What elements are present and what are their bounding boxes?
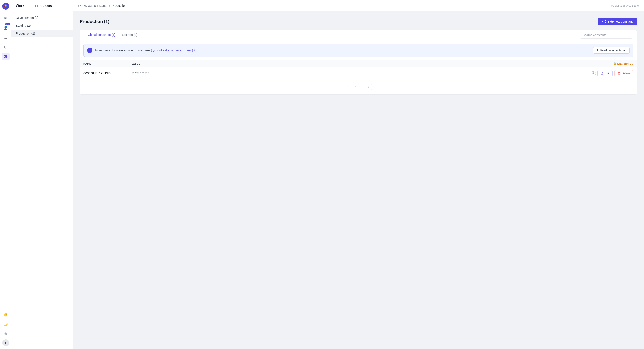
moon-icon[interactable]: 🌙 (2, 320, 10, 328)
eye-off-icon[interactable] (592, 71, 596, 76)
read-documentation-button[interactable]: ⬆ Read documentation (593, 47, 630, 54)
cell-actions: Edit Delete (572, 70, 633, 76)
grid-icon[interactable]: ⊞ (2, 14, 10, 22)
version-text: Version 2.68.0-ee2.23.0 (611, 4, 639, 7)
pagination: ‹ 1 / 1 › (80, 79, 637, 94)
plugin-icon[interactable] (2, 52, 10, 60)
col-header-value: VALUE (132, 62, 594, 65)
content-area: Production (1) + Create new constant Glo… (73, 11, 644, 349)
list-icon[interactable]: ☰ (2, 33, 10, 41)
doc-icon: ⬆ (596, 49, 599, 52)
beta-badge: Beta (6, 23, 10, 25)
next-page-button[interactable]: › (366, 84, 372, 90)
delete-button[interactable]: Delete (614, 70, 633, 76)
content-title: Production (1) (80, 19, 110, 24)
constants-card: Global constants (1) Secrets (0) i To re… (80, 30, 637, 95)
lock-icon: 🔒 (613, 62, 616, 65)
settings-icon[interactable]: ⚙ (2, 330, 10, 338)
database-icon[interactable]: ⬡ (2, 43, 10, 51)
breadcrumb-current: Production (112, 4, 126, 7)
tabs: Global constants (1) Secrets (0) (84, 30, 141, 40)
info-icon: i (87, 48, 92, 53)
info-banner: i To resolve a global workspace constant… (84, 43, 633, 57)
app-logo[interactable]: 🚀 (2, 3, 9, 10)
constant-value: *********** (132, 72, 572, 75)
topbar: Workspace constants › Production Version… (73, 0, 644, 11)
edit-button[interactable]: Edit (597, 70, 613, 76)
tab-secrets[interactable]: Secrets (0) (119, 30, 141, 40)
prev-page-button[interactable]: ‹ (345, 84, 351, 90)
page-separator: / 1 (361, 85, 364, 89)
info-text: To resolve a global workspace constant u… (95, 49, 195, 52)
environment-list: Development (2) Staging (2) Production (… (12, 12, 72, 39)
current-page-button[interactable]: 1 (353, 84, 359, 90)
left-panel: Workspace constants Development (2) Stag… (12, 0, 73, 349)
user-avatar[interactable]: t (2, 339, 9, 346)
create-constant-button[interactable]: + Create new constant (598, 17, 637, 25)
table-header: NAME VALUE 🔒 ENCRYPTED (80, 60, 637, 67)
card-top: Global constants (1) Secrets (0) (80, 30, 637, 40)
left-panel-title: Workspace constants (12, 0, 72, 12)
main-content: Workspace constants › Production Version… (73, 0, 644, 349)
bell-icon[interactable]: 🔔 (2, 311, 10, 318)
info-banner-content: i To resolve a global workspace constant… (87, 48, 195, 53)
tab-global-constants[interactable]: Global constants (1) (84, 30, 119, 40)
breadcrumb-parent[interactable]: Workspace constants (78, 4, 107, 7)
env-item-production[interactable]: Production (1) (12, 29, 72, 37)
breadcrumb: Workspace constants › Production (78, 4, 126, 7)
breadcrumb-separator: › (109, 4, 110, 7)
icon-sidebar: 🚀 ⊞ 👤 Beta ☰ ⬡ 🔔 🌙 ⚙ t (0, 0, 12, 349)
code-snippet: {{constants.access_token}} (150, 49, 195, 52)
col-header-name: NAME (84, 62, 132, 65)
constant-name: GOOGLE_API_KEY (84, 72, 132, 75)
user-icon[interactable]: 👤 Beta (2, 24, 10, 31)
search-constants-input[interactable] (580, 31, 632, 38)
env-item-staging[interactable]: Staging (2) (12, 22, 72, 29)
constants-table: NAME VALUE 🔒 ENCRYPTED GOOGLE_API_KEY **… (80, 60, 637, 79)
table-row: GOOGLE_API_KEY *********** Edit (80, 67, 637, 79)
env-item-development[interactable]: Development (2) (12, 14, 72, 22)
content-header: Production (1) + Create new constant (80, 17, 637, 25)
col-header-encrypted: 🔒 ENCRYPTED (594, 62, 633, 65)
